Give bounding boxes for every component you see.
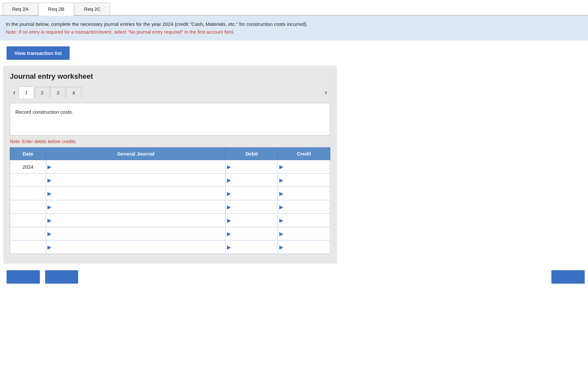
journal-input[interactable] [53, 163, 224, 170]
debit-cell[interactable]: ▶ [226, 214, 278, 227]
entry-tab-1[interactable]: 1 [19, 87, 34, 98]
journal-input[interactable] [53, 190, 224, 197]
date-cell [10, 240, 46, 254]
next-entry-button[interactable]: › [321, 88, 330, 97]
entry-tab-4[interactable]: 4 [66, 87, 81, 98]
entry-tab-3[interactable]: 3 [50, 87, 65, 98]
journal-input[interactable] [53, 244, 224, 250]
debit-arrow-icon: ▶ [227, 177, 231, 183]
credit-arrow-icon: ▶ [279, 204, 283, 210]
date-cell [10, 214, 46, 227]
credit-cell[interactable]: ▶ [278, 174, 330, 187]
credit-input[interactable] [285, 217, 329, 224]
credit-arrow-icon: ▶ [279, 190, 283, 197]
row-arrow-icon: ▶ [47, 190, 51, 197]
entry-tab-2[interactable]: 2 [35, 87, 50, 98]
credit-input[interactable] [285, 244, 329, 250]
table-row: ▶▶▶ [10, 214, 330, 227]
journal-input[interactable] [53, 177, 224, 183]
debit-cell[interactable]: ▶ [226, 240, 278, 254]
credit-arrow-icon: ▶ [279, 177, 283, 183]
credit-cell[interactable]: ▶ [278, 187, 330, 200]
col-header-debit: Debit [226, 148, 278, 160]
debit-arrow-icon: ▶ [227, 217, 231, 224]
debit-cell[interactable]: ▶ [226, 187, 278, 200]
date-cell [10, 200, 46, 214]
col-header-general-journal: General Journal [46, 148, 226, 160]
credit-input[interactable] [285, 230, 329, 237]
credit-cell[interactable]: ▶ [278, 200, 330, 214]
debit-arrow-icon: ▶ [227, 190, 231, 197]
credit-input[interactable] [285, 177, 329, 183]
journal-entry-worksheet: Journal entry worksheet ‹ 1 2 3 4 › Reco… [3, 66, 337, 264]
debit-cell[interactable]: ▶ [226, 200, 278, 214]
col-header-date: Date [10, 148, 46, 160]
credit-arrow-icon: ▶ [279, 164, 283, 170]
debit-input[interactable] [232, 190, 276, 197]
bottom-btn-3[interactable] [551, 270, 585, 284]
instruction-note-text: Note: If no entry is required for a tran… [6, 29, 234, 35]
table-row: ▶▶▶ [10, 227, 330, 240]
debit-arrow-icon: ▶ [227, 164, 231, 170]
debit-input[interactable] [232, 230, 276, 237]
journal-cell[interactable]: ▶ [46, 160, 226, 174]
date-cell: 2024 [10, 160, 46, 174]
journal-cell[interactable]: ▶ [46, 200, 226, 214]
debit-input[interactable] [232, 177, 276, 183]
credit-cell[interactable]: ▶ [278, 214, 330, 227]
table-row: 2024▶▶▶ [10, 160, 330, 174]
journal-cell[interactable]: ▶ [46, 187, 226, 200]
debit-input[interactable] [232, 244, 276, 250]
date-cell [10, 227, 46, 240]
journal-cell[interactable]: ▶ [46, 240, 226, 254]
tab-req-2a[interactable]: Req 2A [3, 3, 38, 15]
record-description-text: Record construction costs. [15, 109, 73, 115]
credit-cell[interactable]: ▶ [278, 160, 330, 174]
instruction-main-text: In the journal below, complete the neces… [6, 21, 308, 27]
row-arrow-icon: ▶ [47, 204, 51, 210]
entry-navigation: ‹ 1 2 3 4 › [10, 87, 330, 98]
journal-table: Date General Journal Debit Credit 2024▶▶… [10, 147, 330, 254]
debit-input[interactable] [232, 217, 276, 224]
journal-cell[interactable]: ▶ [46, 214, 226, 227]
instruction-box: In the journal below, complete the neces… [0, 16, 588, 41]
journal-input[interactable] [53, 230, 224, 237]
bottom-btn-2[interactable] [45, 270, 78, 284]
debit-arrow-icon: ▶ [227, 204, 231, 210]
tab-bar: Req 2A Req 2B Req 2C [0, 0, 588, 16]
debit-cell[interactable]: ▶ [226, 227, 278, 240]
row-arrow-icon: ▶ [47, 164, 51, 170]
date-cell [10, 174, 46, 187]
row-arrow-icon: ▶ [47, 177, 51, 183]
debit-input[interactable] [232, 204, 276, 210]
journal-input[interactable] [53, 217, 224, 224]
bottom-btn-1[interactable] [7, 270, 40, 284]
row-arrow-icon: ▶ [47, 231, 51, 237]
journal-cell[interactable]: ▶ [46, 227, 226, 240]
view-transaction-button[interactable]: View transaction list [7, 46, 70, 60]
debit-cell[interactable]: ▶ [226, 174, 278, 187]
journal-input[interactable] [53, 204, 224, 210]
tab-req-2c[interactable]: Req 2C [75, 3, 110, 15]
row-arrow-icon: ▶ [47, 244, 51, 250]
record-description-box: Record construction costs. [10, 103, 330, 136]
table-row: ▶▶▶ [10, 174, 330, 187]
debit-cell[interactable]: ▶ [226, 160, 278, 174]
debit-input[interactable] [232, 163, 276, 170]
tab-req-2b[interactable]: Req 2B [39, 3, 74, 16]
credit-cell[interactable]: ▶ [278, 240, 330, 254]
col-header-credit: Credit [278, 148, 330, 160]
table-row: ▶▶▶ [10, 187, 330, 200]
date-cell [10, 187, 46, 200]
credit-input[interactable] [285, 163, 329, 170]
credit-arrow-icon: ▶ [279, 231, 283, 237]
debit-arrow-icon: ▶ [227, 244, 231, 250]
journal-cell[interactable]: ▶ [46, 174, 226, 187]
row-arrow-icon: ▶ [47, 217, 51, 224]
table-row: ▶▶▶ [10, 200, 330, 214]
credit-arrow-icon: ▶ [279, 244, 283, 250]
credit-input[interactable] [285, 190, 329, 197]
credit-input[interactable] [285, 204, 329, 210]
prev-entry-button[interactable]: ‹ [10, 88, 19, 97]
credit-cell[interactable]: ▶ [278, 227, 330, 240]
